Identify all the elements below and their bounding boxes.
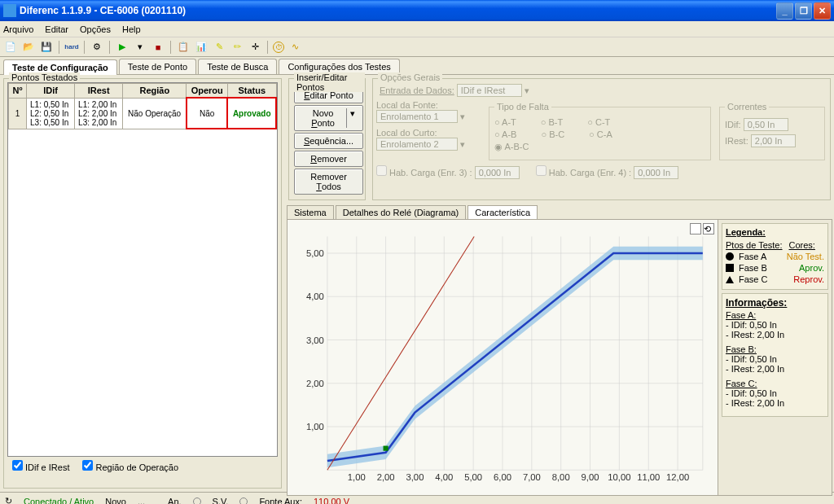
info-fc-irest: - IRest: 2,00 In: [726, 398, 824, 408]
menu-arquivo[interactable]: Arquivo: [3, 24, 33, 34]
app-icon: [3, 4, 16, 17]
svg-text:9,00: 9,00: [582, 472, 599, 482]
svg-text:3,00: 3,00: [306, 335, 324, 345]
clock-icon[interactable]: ⏱: [273, 42, 284, 53]
idif-input: 0,50 In: [744, 118, 788, 131]
radio-ct: ○ C-T: [587, 117, 610, 127]
remover-button[interactable]: Remover: [294, 151, 363, 167]
chevron-down-icon[interactable]: ▾: [346, 108, 358, 128]
config-icon[interactable]: ⚙: [90, 40, 104, 55]
table-row[interactable]: 1 L1: 0,50 In L2: 0,50 In L3: 0,50 In L1…: [9, 98, 277, 129]
hab3-label: Hab. Carga (Enr. 3) :: [389, 168, 472, 177]
circle-icon: [726, 252, 734, 261]
window-title: Diferenc 1.1.9.9 - CE-6006 (0201110): [20, 5, 776, 16]
subtab-rele[interactable]: Detalhes do Relé (Diagrama): [336, 205, 466, 219]
characteristic-chart[interactable]: ⟲: [288, 220, 718, 495]
correntes-legend: Correntes: [725, 102, 769, 112]
brush-icon[interactable]: ✏: [230, 40, 244, 55]
save-icon[interactable]: 💾: [39, 40, 54, 55]
square-icon: [726, 264, 734, 272]
novo-ponto-button[interactable]: Novo Ponto▾: [294, 105, 363, 131]
hab-carga-3-check: [376, 165, 387, 176]
zoom-reset-icon[interactable]: ⟲: [703, 223, 714, 234]
legenda-title: Legenda:: [726, 227, 824, 237]
info-fase-b: Fase B:: [726, 344, 757, 354]
cell-operou: Não: [187, 98, 228, 129]
status-dots: ...: [138, 497, 145, 505]
chk-idif-irest[interactable]: IDif e IRest: [12, 460, 69, 472]
close-button[interactable]: ✕: [814, 2, 831, 20]
col-operou[interactable]: Operou: [187, 84, 228, 99]
info-title: Informações:: [726, 297, 824, 309]
entrada-dados-label: Entrada de Dados:: [380, 85, 454, 95]
tab-teste-ponto[interactable]: Teste de Ponto: [119, 59, 196, 74]
edit-group-title: Inserir/Editar Pontos: [294, 72, 365, 92]
remover-todos-button[interactable]: Remover Todos: [294, 169, 363, 195]
hab3-input: 0,000 In: [475, 166, 520, 179]
status-novo: Novo: [105, 497, 126, 505]
hard-icon[interactable]: hard: [64, 40, 79, 55]
svg-text:2,00: 2,00: [377, 472, 395, 482]
zoom-rect-icon[interactable]: [690, 223, 701, 234]
info-fa-irest: - IRest: 2,00 In: [726, 330, 824, 340]
cell-idif: L1: 0,50 In L2: 0,50 In L3: 0,50 In: [27, 98, 75, 129]
minimize-button[interactable]: _: [776, 2, 793, 20]
open-file-icon[interactable]: 📂: [21, 40, 36, 55]
pontos-testados-title: Pontos Testados: [9, 72, 80, 82]
wand-icon[interactable]: ✎: [212, 40, 226, 55]
sequencia-button[interactable]: Sequência...: [294, 133, 363, 149]
svg-text:4,00: 4,00: [435, 472, 453, 482]
col-irest[interactable]: IRest: [75, 84, 123, 99]
target-icon[interactable]: ✛: [248, 40, 262, 55]
chart-icon[interactable]: 📊: [194, 40, 208, 55]
menu-editar[interactable]: Editar: [45, 24, 68, 34]
pontos-table[interactable]: Nº IDif IRest Região Operou Status 1 L1:…: [7, 82, 278, 457]
ptos-teste-label: Ptos de Teste:: [726, 240, 783, 250]
menu-bar: Arquivo Editar Opções Help: [0, 21, 834, 37]
main-tabs: Teste de Configuração Teste de Ponto Tes…: [0, 57, 834, 74]
svg-text:11,00: 11,00: [637, 472, 660, 482]
stop-icon[interactable]: ■: [151, 40, 165, 55]
col-n[interactable]: Nº: [9, 84, 27, 99]
radio-ab: ○ A-B: [494, 129, 516, 139]
irest-label: IRest:: [725, 136, 748, 146]
entrada-dados-select: IDif e IRest: [457, 84, 522, 97]
chart-svg: 1,002,00 3,004,00 5,00 1,002,003,00 4,00…: [288, 220, 718, 495]
title-bar: Diferenc 1.1.9.9 - CE-6006 (0201110) _ ❐…: [0, 0, 834, 21]
col-regiao[interactable]: Região: [123, 84, 187, 99]
legend-reprov: Reprov.: [793, 274, 824, 284]
led-sv-icon: [239, 497, 248, 505]
legend-fase-c: Fase C: [739, 274, 767, 284]
tab-teste-busca[interactable]: Teste de Busca: [198, 59, 277, 74]
info-fb-irest: - IRest: 2,00 In: [726, 364, 824, 374]
report-icon[interactable]: 📋: [176, 40, 191, 55]
svg-text:10,00: 10,00: [608, 472, 630, 482]
menu-opcoes[interactable]: Opções: [80, 24, 111, 34]
maximize-button[interactable]: ❐: [795, 2, 812, 20]
chk-regiao-op[interactable]: Região de Operação: [82, 460, 178, 472]
col-status[interactable]: Status: [227, 84, 276, 99]
col-idif[interactable]: IDif: [27, 84, 75, 99]
led-an-icon: [193, 497, 201, 505]
dropdown-icon[interactable]: ▾: [133, 40, 147, 55]
svg-text:12,00: 12,00: [666, 472, 689, 482]
legend-fase-a: Fase A: [739, 252, 766, 261]
legend-fase-b: Fase B: [739, 263, 767, 273]
wave-icon[interactable]: ∿: [288, 40, 302, 55]
svg-text:5,00: 5,00: [306, 248, 324, 258]
radio-bt: ○ B-T: [541, 117, 563, 127]
subtab-sistema[interactable]: Sistema: [287, 205, 334, 219]
status-an: An.: [168, 497, 182, 505]
menu-help[interactable]: Help: [122, 24, 141, 34]
radio-ca: ○ C-A: [589, 129, 612, 139]
subtab-caracteristica[interactable]: Característica: [467, 205, 538, 219]
svg-marker-20: [327, 247, 703, 467]
cores-label: Cores:: [789, 240, 815, 250]
irest-input: 2,00 In: [751, 134, 796, 147]
new-file-icon[interactable]: 📄: [3, 40, 18, 55]
refresh-icon[interactable]: ↻: [5, 496, 12, 504]
chart-sub-tabs: Sistema Detalhes do Relé (Diagrama) Cara…: [287, 205, 832, 219]
play-icon[interactable]: ▶: [115, 40, 129, 55]
triangle-icon: [726, 276, 734, 283]
status-sv: S.V.: [213, 497, 229, 505]
